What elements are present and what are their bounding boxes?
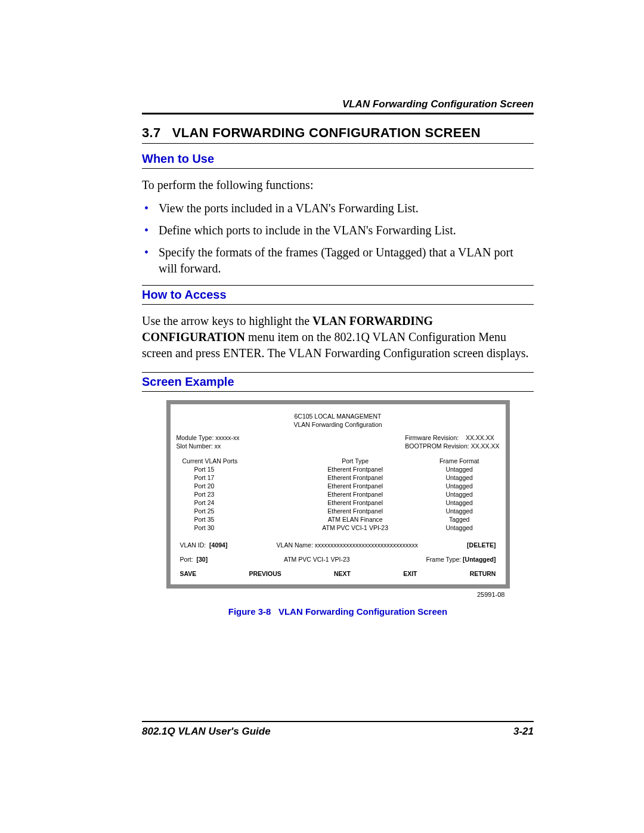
cell-port: Port 24 [177,498,292,507]
return-action[interactable]: RETURN [470,570,496,577]
frame-type: Frame Type: [Untagged] [426,556,496,563]
cell-type: Etherent Frontpanel [291,490,419,498]
module-type: Module Type: xxxxx-xx [177,434,240,441]
how-pre: Use the arrow keys to highlight the [142,314,312,327]
previous-action[interactable]: PREVIOUS [249,570,281,577]
cell-fmt: Untagged [419,524,500,532]
how-top-rule [142,285,534,286]
cell-port: Port 30 [177,524,292,532]
list-item: Specify the formats of the frames (Tagge… [142,244,534,277]
cell-port: Port 17 [177,473,292,482]
table-row: Port 35ATM ELAN FinanceTagged [177,515,500,524]
cell-type: Etherent Frontpanel [291,465,419,473]
footer-left: 802.1Q VLAN User's Guide [142,726,271,738]
cell-fmt: Tagged [419,515,500,524]
next-action[interactable]: NEXT [334,570,351,577]
table-row: Port 17Etherent FrontpanelUntagged [177,473,500,482]
cell-type: ATM ELAN Finance [291,515,419,524]
screen-rule [142,391,534,392]
figure-caption: Figure 3-8 VLAN Forwarding Configuration… [142,606,534,617]
bootprom-rev: BOOTPROM Revision: XX.XX.XX [405,442,499,450]
subhead-when-to-use: When to Use [142,152,534,166]
cell-port: Port 35 [177,515,292,524]
running-header: VLAN Forwarding Configuration Screen [142,98,534,110]
vlan-id-value[interactable]: [4094] [209,541,227,549]
exit-action[interactable]: EXIT [403,570,417,577]
col-format: Frame Format [419,457,500,465]
firmware-value: XX.XX.XX [466,434,494,441]
cell-type: Etherent Frontpanel [291,482,419,490]
subhead-screen-example: Screen Example [142,375,534,389]
figure-label: Figure 3-8 [228,606,271,617]
figure-text: VLAN Forwarding Configuration Screen [278,606,447,617]
slot-number: Slot Number: xx [177,442,240,450]
section-number: 3.7 [142,125,160,140]
cell-type: Etherent Frontpanel [291,473,419,482]
firmware-label: Firmware Revision: [405,434,459,441]
cell-type: Etherent Frontpanel [291,498,419,507]
vlan-ports-table: Current VLAN Ports Port Type Frame Forma… [177,457,500,532]
cell-type: Etherent Frontpanel [291,507,419,515]
table-row: Port 15Etherent FrontpanelUntagged [177,465,500,473]
screen-top-rule [142,372,534,373]
table-row: Port 24Etherent FrontpanelUntagged [177,498,500,507]
list-item: View the ports included in a VLAN's Forw… [142,200,534,216]
how-rule [142,304,534,305]
footer-rule [142,721,534,722]
header-rule [142,113,534,114]
port-field: Port: [30] [180,556,208,563]
footer-right: 3-21 [513,726,534,738]
when-bullet-list: View the ports included in a VLAN's Forw… [142,200,534,277]
cell-fmt: Untagged [419,507,500,515]
port-value[interactable]: [30] [197,556,208,563]
frame-type-label: Frame Type: [426,556,461,563]
vlan-id-label: VLAN ID: [180,541,206,549]
cell-fmt: Untagged [419,465,500,473]
frame-type-value[interactable]: [Untagged] [463,556,496,563]
table-row: Port 23Etherent FrontpanelUntagged [177,490,500,498]
screen-title-1: 6C105 LOCAL MANAGEMENT [177,413,500,420]
table-row: Port 25Etherent FrontpanelUntagged [177,507,500,515]
table-row: Port 30ATM PVC VCI-1 VPI-23Untagged [177,524,500,532]
section-rule [142,143,534,144]
how-paragraph: Use the arrow keys to highlight the VLAN… [142,313,534,361]
subhead-how-to-access: How to Access [142,288,534,302]
vlan-name: VLAN Name: xxxxxxxxxxxxxxxxxxxxxxxxxxxxx… [277,541,418,549]
table-row: Port 20Etherent FrontpanelUntagged [177,482,500,490]
when-intro: To perform the following functions: [142,177,534,193]
col-ports: Current VLAN Ports [177,457,292,465]
list-item: Define which ports to include in the VLA… [142,222,534,239]
page-footer: 802.1Q VLAN User's Guide 3-21 [142,721,534,738]
vlan-id: VLAN ID: [4094] [180,541,228,549]
cell-port: Port 23 [177,490,292,498]
save-action[interactable]: SAVE [180,570,197,577]
cell-fmt: Untagged [419,498,500,507]
cell-port: Port 25 [177,507,292,515]
pvc-label: ATM PVC VCI-1 VPI-23 [284,556,350,563]
cell-fmt: Untagged [419,473,500,482]
cell-port: Port 15 [177,465,292,473]
cell-type: ATM PVC VCI-1 VPI-23 [291,524,419,532]
when-rule [142,168,534,169]
figure-id: 25991-08 [171,591,505,598]
cell-fmt: Untagged [419,490,500,498]
screen-title-2: VLAN Forwarding Configuration [177,421,500,428]
port-label: Port: [180,556,193,563]
section-title: 3.7 VLAN FORWARDING CONFIGURATION SCREEN [142,125,534,141]
col-type: Port Type [291,457,419,465]
terminal-screenshot: 6C105 LOCAL MANAGEMENT VLAN Forwarding C… [142,400,534,598]
cell-port: Port 20 [177,482,292,490]
cell-fmt: Untagged [419,482,500,490]
section-heading: VLAN FORWARDING CONFIGURATION SCREEN [172,125,481,140]
delete-action[interactable]: [DELETE] [467,541,496,549]
firmware-rev: Firmware Revision: XX.XX.XX [405,434,499,441]
